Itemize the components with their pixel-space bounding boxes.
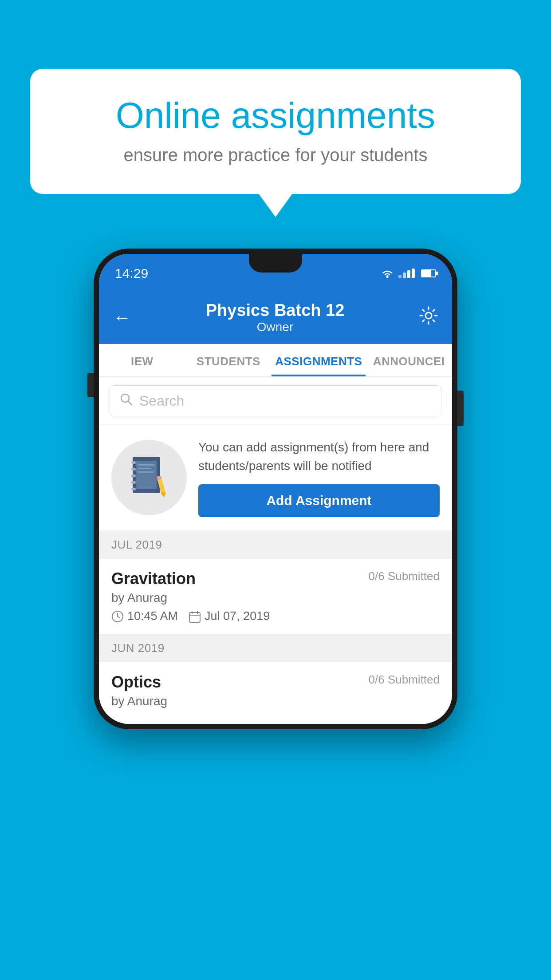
speech-bubble-wrapper: Online assignments ensure more practice … [30, 69, 521, 194]
assignment-item-optics[interactable]: Optics 0/6 Submitted by Anurag [99, 662, 452, 724]
svg-rect-20 [189, 612, 200, 622]
meta-time: 10:45 AM [111, 609, 178, 623]
calendar-icon [189, 610, 201, 623]
svg-rect-11 [138, 464, 155, 466]
notebook-icon [129, 454, 169, 501]
search-input-wrapper[interactable]: Search [110, 385, 441, 416]
search-icon [119, 392, 133, 410]
svg-rect-9 [131, 488, 136, 490]
assignment-row1: Gravitation 0/6 Submitted [111, 569, 440, 588]
svg-point-0 [386, 276, 389, 278]
svg-rect-5 [131, 461, 136, 464]
speech-bubble: Online assignments ensure more practice … [30, 69, 521, 194]
speech-bubble-title: Online assignments [61, 95, 490, 135]
svg-point-1 [425, 312, 432, 319]
tab-iew[interactable]: IEW [99, 344, 185, 376]
promo-icon-circle [111, 440, 187, 515]
svg-line-3 [128, 401, 132, 405]
status-icons [381, 269, 436, 278]
promo-content: You can add assignment(s) from here and … [198, 438, 440, 517]
assignment-time: 10:45 AM [127, 609, 178, 623]
meta-date: Jul 07, 2019 [189, 609, 270, 623]
svg-rect-6 [131, 468, 136, 470]
status-time: 14:29 [115, 266, 148, 281]
optics-title: Optics [111, 673, 161, 692]
assignment-title: Gravitation [111, 569, 196, 588]
speech-bubble-subtitle: ensure more practice for your students [61, 145, 490, 165]
phone-screen: 14:29 [99, 254, 452, 724]
header-center: Physics Batch 12 Owner [206, 301, 345, 334]
header-title: Physics Batch 12 [206, 301, 345, 320]
assignment-author: by Anurag [111, 591, 440, 605]
tab-students[interactable]: STUDENTS [185, 344, 272, 376]
optics-author: by Anurag [111, 694, 440, 708]
svg-line-19 [118, 616, 120, 618]
search-svg-icon [119, 392, 133, 406]
svg-rect-8 [131, 481, 136, 484]
settings-button[interactable] [419, 306, 438, 329]
app-header: ← Physics Batch 12 Owner [99, 293, 452, 344]
tab-assignments[interactable]: ASSIGNMENTS [272, 344, 366, 376]
section-jun-2019: JUN 2019 [99, 634, 452, 662]
phone-outer: 14:29 [94, 249, 457, 729]
assignment-date: Jul 07, 2019 [205, 609, 270, 623]
back-button[interactable]: ← [113, 308, 131, 328]
promo-text: You can add assignment(s) from here and … [198, 438, 440, 475]
search-container: Search [99, 377, 452, 425]
phone-notch [249, 254, 302, 273]
tab-announcements[interactable]: ANNOUNCEI [366, 344, 452, 376]
svg-rect-12 [138, 468, 151, 469]
phone-wrapper: 14:29 [94, 249, 457, 729]
search-placeholder: Search [139, 393, 184, 409]
battery-icon [421, 269, 436, 277]
signal-icon [398, 269, 415, 278]
status-bar: 14:29 [99, 254, 452, 293]
assignment-meta: 10:45 AM Jul 07, 2019 [111, 609, 440, 623]
assignment-row1-optics: Optics 0/6 Submitted [111, 673, 440, 692]
add-assignment-button[interactable]: Add Assignment [198, 484, 440, 517]
clock-icon [111, 610, 124, 623]
svg-rect-7 [131, 474, 136, 477]
svg-rect-13 [138, 471, 153, 473]
wifi-icon [381, 269, 394, 278]
tabs-bar: IEW STUDENTS ASSIGNMENTS ANNOUNCEI [99, 344, 452, 377]
section-jul-2019: JUL 2019 [99, 531, 452, 559]
assignment-item-gravitation[interactable]: Gravitation 0/6 Submitted by Anurag 10:4… [99, 559, 452, 634]
header-subtitle: Owner [206, 320, 345, 334]
assignment-submitted: 0/6 Submitted [369, 569, 440, 583]
promo-section: You can add assignment(s) from here and … [99, 425, 452, 531]
optics-submitted: 0/6 Submitted [369, 673, 440, 687]
settings-icon [419, 306, 438, 325]
